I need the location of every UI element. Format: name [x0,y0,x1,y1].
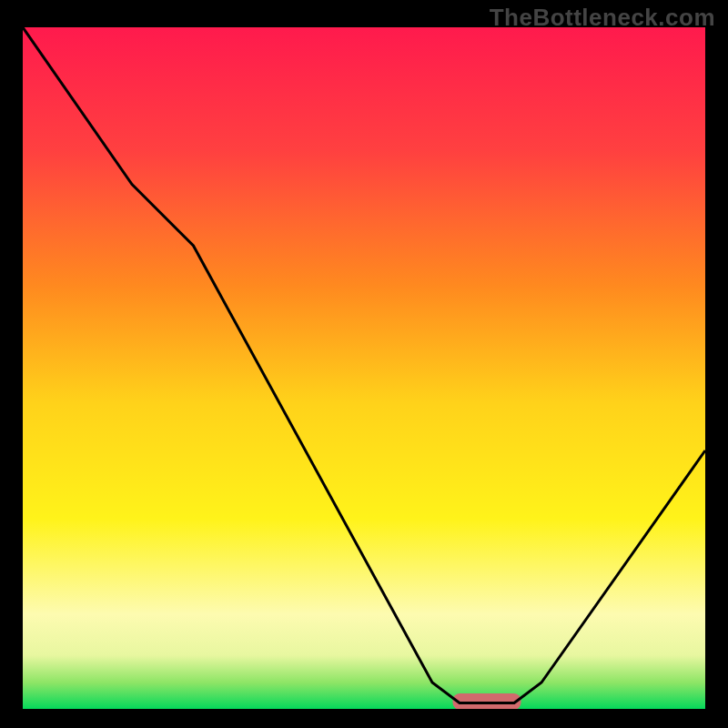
chart-frame: TheBottleneck.com [0,0,728,728]
gradient-background [23,27,705,710]
chart-svg [23,27,705,710]
chart-plot [23,27,705,710]
